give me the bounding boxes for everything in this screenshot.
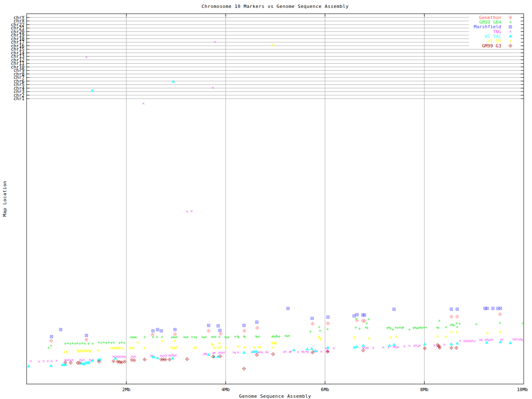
data-point [319, 330, 321, 332]
data-point [224, 336, 227, 338]
data-point [499, 331, 502, 334]
data-point [520, 338, 522, 340]
data-point-dot [327, 351, 328, 352]
data-point [186, 336, 189, 338]
data-point [456, 322, 458, 325]
data-point [458, 323, 461, 325]
data-point [89, 350, 92, 353]
data-point [122, 347, 125, 350]
data-point [258, 335, 260, 338]
data-point-dot [500, 314, 500, 315]
data-point [475, 323, 478, 325]
data-point-dot [510, 45, 511, 46]
data-point [237, 345, 240, 348]
data-point [65, 351, 68, 354]
data-point [83, 359, 85, 361]
data-point [237, 352, 239, 354]
data-point [114, 357, 117, 360]
data-point [437, 327, 440, 329]
data-point [358, 328, 361, 330]
data-point [278, 335, 281, 338]
data-point [399, 326, 401, 329]
data-point-dot [165, 359, 166, 360]
data-point [433, 345, 436, 347]
data-point [175, 336, 178, 338]
data-point [362, 344, 365, 347]
data-point [68, 359, 70, 361]
data-point [103, 341, 105, 344]
data-point-dot [257, 328, 258, 328]
data-point [64, 342, 66, 345]
data-point [234, 335, 236, 338]
y-axis-label: Map Location [2, 181, 7, 217]
data-point [397, 346, 399, 348]
data-point [388, 344, 391, 347]
data-point [271, 335, 273, 338]
data-point [110, 342, 113, 344]
data-point [499, 322, 501, 324]
data-point [100, 342, 103, 344]
data-point [516, 338, 518, 340]
data-point [130, 336, 132, 338]
data-point [388, 347, 390, 349]
data-point [438, 320, 441, 322]
data-point [56, 360, 58, 362]
data-point-dot [79, 362, 80, 363]
data-point-dot [312, 318, 313, 319]
data-point [43, 360, 45, 362]
data-point [131, 336, 134, 339]
data-point-dot [500, 308, 501, 309]
data-point-dot [152, 334, 153, 335]
data-point [78, 350, 81, 353]
data-point [226, 336, 228, 339]
data-point [156, 357, 159, 359]
data-point [113, 341, 115, 344]
data-point [353, 336, 356, 339]
data-point-dot [86, 335, 87, 336]
data-point [293, 349, 296, 351]
data-point [421, 327, 423, 329]
data-point [474, 340, 476, 342]
data-point [50, 365, 53, 367]
data-point [30, 360, 32, 362]
data-point-dot [451, 347, 452, 348]
data-point-dot [70, 362, 71, 363]
data-point [143, 336, 146, 338]
data-point-dot [161, 330, 162, 331]
data-point [297, 351, 299, 353]
data-point [203, 336, 205, 339]
data-point [481, 339, 483, 341]
data-point [81, 342, 84, 345]
data-point [272, 44, 275, 47]
data-point [456, 342, 459, 345]
data-point [223, 352, 225, 354]
data-point [450, 324, 452, 326]
data-point [303, 351, 305, 353]
data-point-dot [354, 315, 355, 316]
data-point-dot [99, 361, 99, 362]
chart: Chromosome 10 Markers vs Genome Sequence… [0, 0, 532, 399]
data-point [436, 335, 439, 338]
data-point [185, 336, 187, 339]
data-point [47, 347, 50, 349]
data-point [91, 89, 94, 92]
data-point-dot [51, 340, 52, 341]
data-point-dot [510, 27, 511, 27]
data-point-dot [131, 360, 132, 360]
data-point-dot [451, 309, 452, 310]
plot-border [27, 14, 524, 384]
data-point-dot [157, 329, 158, 330]
data-point [219, 346, 222, 349]
data-point [227, 336, 230, 338]
data-point-dot [498, 308, 498, 309]
data-point [367, 318, 370, 320]
data-point [161, 340, 164, 342]
series-wi-rh [63, 44, 502, 354]
data-point [195, 346, 197, 349]
data-point [367, 347, 369, 349]
data-point [509, 39, 512, 42]
data-point [172, 336, 175, 338]
data-point [285, 351, 287, 353]
data-point-dot [364, 315, 365, 315]
data-point [143, 347, 146, 350]
